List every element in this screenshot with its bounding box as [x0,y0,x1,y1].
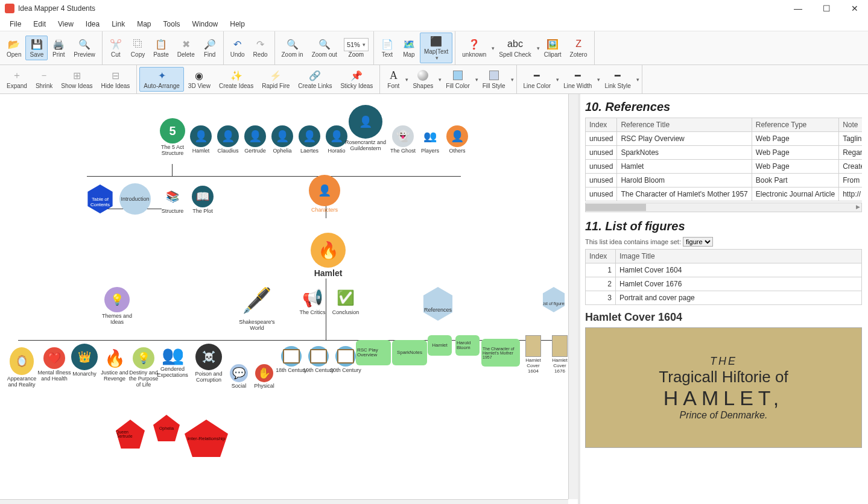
spell-check-button[interactable]: abcSpell Check [495,36,535,60]
menu-idea[interactable]: Idea [80,18,106,30]
show-ideas-button[interactable]: ⊞Show Ideas [57,67,97,92]
menu-view[interactable]: View [52,18,80,30]
clipart-button[interactable]: 🖼️Clipart [540,36,566,60]
node-intro[interactable]: Introduction [118,183,152,215]
text-view-button[interactable]: 📄Text [376,36,398,60]
col-ref-type[interactable]: Reference Type [752,118,838,132]
table-row[interactable]: unusedHamletWeb PageCreate Jeremy [586,160,863,174]
table-row[interactable]: 2Hamlet Cover 1676 [586,277,862,291]
figures-table[interactable]: Index Image Title 1Hamlet Cover 16042Ham… [585,249,862,305]
text-panel: 10. References Index Reference Title Ref… [580,94,868,504]
create-links-button[interactable]: 🔗Create Links [294,67,336,92]
3d-view-button[interactable]: ◉3D View [184,67,215,92]
canvas-vertical-scrollbar[interactable] [568,94,578,499]
rapid-fire-button[interactable]: ⚡Rapid Fire [258,67,294,92]
map-canvas[interactable]: 5The 5 Act Structure 👤Hamlet 👤Claudius 👤… [0,94,578,504]
sticky-ideas-button[interactable]: 📌Sticky Ideas [336,67,377,92]
node-critics[interactable]: 📢The Critics [296,287,329,316]
node-ref-sparknotes[interactable]: SparkNotes [391,340,428,365]
col-ref-title[interactable]: Reference Title [617,118,752,132]
maximize-button[interactable]: ☐ [818,1,835,16]
references-hscroll[interactable] [585,203,862,212]
shapes-button[interactable]: Shapes [408,67,437,92]
map-text-view-button[interactable]: ⬛Map|Text▾ [420,33,452,63]
hide-ideas-button[interactable]: ⊟Hide Ideas [97,67,135,92]
close-button[interactable]: ✕ [846,1,863,16]
node-shakespeares-world[interactable]: 🖋️Shakespeare's World [235,282,279,332]
menu-edit[interactable]: Edit [27,18,52,30]
menu-help[interactable]: Help [224,18,251,30]
node-conclusion[interactable]: ✅Conclusion [329,287,363,316]
node-characters[interactable]: 👤Characters [308,175,341,213]
save-button[interactable]: 💾Save [25,36,48,60]
zoom-in-button[interactable]: 🔍Zoom in [277,36,308,60]
node-gendered[interactable]: 👥Gendered Expectations [156,344,189,379]
open-button[interactable]: 📂Open [2,36,25,60]
node-plot[interactable]: 📖The Plot [186,186,220,215]
line-color-button[interactable]: ━Line Color [519,67,556,92]
menu-window[interactable]: Window [186,18,224,30]
auto-arrange-button[interactable]: ✦Auto-Arrange [139,67,183,92]
zoom-out-button[interactable]: 🔍Zoom out [308,36,341,60]
fill-style-button[interactable]: Fill Style [478,67,510,92]
map-view-button[interactable]: 🗺️Map [398,36,420,60]
node-queen-gertrude[interactable]: Queen Gertrude [113,420,147,449]
col-fig-index[interactable]: Index [586,250,616,263]
menu-map[interactable]: Map [131,18,157,30]
table-row[interactable]: unusedHarold BloomBook PartFrom I Archiv [586,174,863,187]
node-ophelia-sub[interactable]: Ophelia [150,415,183,441]
undo-button[interactable]: ↶Undo [226,36,249,60]
unknown-button[interactable]: ❓unknown [458,36,490,60]
node-ref-bloom[interactable]: Harold Bloom [454,335,481,356]
node-poison[interactable]: ☠️Poison and Corruption [192,344,226,383]
table-row[interactable]: 1Hamlet Cover 1604 [586,263,862,277]
table-row[interactable]: 3Portrait and cover page [586,291,862,305]
node-inter-relationship[interactable]: Inter-Relationship [182,420,230,457]
node-cover-1604[interactable]: Hamlet Cover 1604 [521,335,545,374]
cut-button[interactable]: ✂️Cut [105,36,127,60]
redo-button[interactable]: ↷Redo [249,36,272,60]
table-row[interactable]: unusedRSC Play OverviewWeb PageTagline p… [586,132,863,146]
col-note[interactable]: Note [839,118,862,132]
link-style-button[interactable]: ━Link Style [600,67,635,92]
print-button[interactable]: 🖨️Print [48,36,69,60]
expand-button[interactable]: ＋Expand [2,67,31,92]
menu-link[interactable]: Link [106,18,131,30]
node-references[interactable]: References [416,287,460,321]
node-mental[interactable]: ❤️Mental Illness and Health [37,347,71,382]
node-ref-rsc[interactable]: RSC Play Overview [355,340,392,365]
node-themes[interactable]: 💡Themes and Ideas [95,287,139,326]
find-button[interactable]: 🔎Find [199,36,221,60]
node-others[interactable]: 👤Others [440,125,474,154]
node-appearance[interactable]: 🪞Appearance and Reality [5,347,39,388]
menu-file[interactable]: File [4,18,27,30]
node-toc[interactable]: Table of Contents [83,184,117,213]
node-ref-mother[interactable]: The Character of Hamlet's Mother 1957 [480,339,521,367]
shrink-button[interactable]: －Shrink [31,67,57,92]
col-index[interactable]: Index [586,118,617,132]
paste-button[interactable]: 📋Paste [149,36,173,60]
image-set-select[interactable]: figure [683,237,713,247]
references-table[interactable]: Index Reference Title Reference Type Not… [585,118,862,201]
delete-button[interactable]: ✖Delete [173,36,199,60]
node-structure[interactable]: 📚Structure [156,186,189,215]
node-rosencrantz[interactable]: 👤Rosencrantz and Guildenstern [344,105,387,152]
zoom-select[interactable]: 51% [344,38,369,51]
node-list-of-figures[interactable]: List of figures [537,287,571,312]
zotero-button[interactable]: ZZotero [566,36,592,60]
fill-color-button[interactable]: Fill Color [442,67,474,92]
canvas-horizontal-scrollbar[interactable] [0,499,568,504]
node-monarchy[interactable]: 👑Monarchy [68,344,101,377]
node-hamlet-center[interactable]: 🔥Hamlet [306,233,350,278]
menu-tools[interactable]: Tools [157,18,186,30]
preview-button[interactable]: 🔍Preview [69,36,100,60]
node-ref-hamlet[interactable]: Hamlet [426,335,454,356]
create-ideas-button[interactable]: ✨Create Ideas [215,67,258,92]
minimize-button[interactable]: — [789,1,807,16]
font-button[interactable]: AFont [382,67,404,92]
copy-button[interactable]: ⿻Copy [127,36,149,60]
table-row[interactable]: unusedThe Character of Hamlet's Mother 1… [586,187,863,201]
line-width-button[interactable]: ━Line Width [559,67,596,92]
table-row[interactable]: unusedSparkNotesWeb PageRegard Hamlet [586,146,863,160]
col-fig-title[interactable]: Image Title [616,250,862,263]
